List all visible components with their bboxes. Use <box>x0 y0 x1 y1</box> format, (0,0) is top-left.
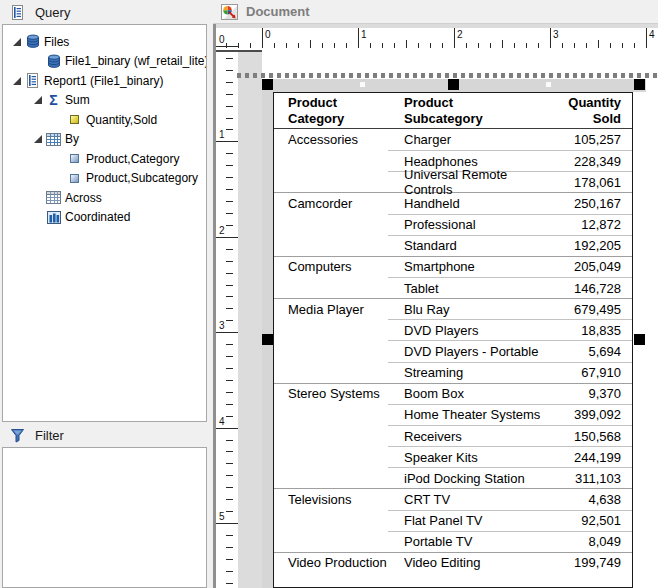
cell-product-category[interactable] <box>274 340 388 361</box>
cell-product-category[interactable]: Camcorder <box>274 193 388 213</box>
tree-item-sum[interactable]: ΣSum <box>3 91 206 111</box>
cell-quantity-sold[interactable]: 679,495 <box>554 299 632 319</box>
cell-quantity-sold[interactable]: 311,103 <box>554 467 632 488</box>
cell-product-subcategory[interactable]: Tablet <box>388 277 554 298</box>
table-row[interactable]: Standard192,205 <box>274 235 632 256</box>
tree-item-report1-file1-binary[interactable]: Report1 (File1_binary) <box>3 71 206 91</box>
table-row[interactable]: Flat Panel TV92,501 <box>274 510 632 531</box>
cell-quantity-sold[interactable]: 244,199 <box>554 446 632 467</box>
table-row[interactable]: CamcorderHandheld250,167 <box>274 192 632 213</box>
cell-product-subcategory[interactable]: DVD Players - Portable <box>388 340 554 361</box>
cell-quantity-sold[interactable]: 9,370 <box>554 384 632 404</box>
cell-product-category[interactable] <box>274 510 388 531</box>
cell-product-category[interactable]: Media Player <box>274 299 388 319</box>
selection-handle-top-center[interactable] <box>448 79 459 90</box>
table-row[interactable]: Media PlayerBlu Ray679,495 <box>274 298 632 319</box>
expand-arrow-icon[interactable] <box>9 73 24 89</box>
cell-product-subcategory[interactable]: DVD Players <box>388 319 554 340</box>
tree-item-coordinated[interactable]: Coordinated <box>3 208 206 228</box>
table-row[interactable]: Home Theater Systems399,092 <box>274 404 632 425</box>
cell-product-subcategory[interactable]: Video Editing <box>388 553 554 573</box>
cell-product-subcategory[interactable]: Portable TV <box>388 531 554 552</box>
cell-quantity-sold[interactable]: 4,638 <box>554 489 632 509</box>
cell-quantity-sold[interactable]: 250,167 <box>554 193 632 213</box>
filter-panel[interactable] <box>2 447 207 588</box>
selection-handle-top-left[interactable] <box>262 79 273 90</box>
table-row[interactable]: AccessoriesCharger105,257 <box>274 129 632 150</box>
cell-product-category[interactable] <box>274 425 388 446</box>
cell-quantity-sold[interactable]: 146,728 <box>554 277 632 298</box>
expand-arrow-icon[interactable] <box>30 92 45 108</box>
cell-product-subcategory[interactable]: Universal Remote Controls <box>388 171 554 192</box>
cell-product-subcategory[interactable]: Home Theater Systems <box>388 404 554 425</box>
table-row[interactable]: Stereo SystemsBoom Box9,370 <box>274 383 632 404</box>
cell-product-subcategory[interactable]: Handheld <box>388 193 554 213</box>
cell-product-category[interactable]: Stereo Systems <box>274 384 388 404</box>
cell-product-category[interactable]: Video Production <box>274 553 388 573</box>
selection-handle-mid-left[interactable] <box>262 334 273 345</box>
cell-product-category[interactable]: Accessories <box>274 129 388 150</box>
cell-product-subcategory[interactable]: Charger <box>388 129 554 150</box>
cell-product-category[interactable]: Televisions <box>274 489 388 509</box>
cell-quantity-sold[interactable]: 5,694 <box>554 340 632 361</box>
cell-product-subcategory[interactable]: Standard <box>388 235 554 256</box>
cell-product-category[interactable] <box>274 531 388 552</box>
cell-product-category[interactable] <box>274 319 388 340</box>
tree-item-file1-binary-wf-retail-lite[interactable]: File1_binary (wf_retail_lite) <box>3 52 206 72</box>
cell-quantity-sold[interactable]: 228,349 <box>554 150 632 171</box>
cell-product-subcategory[interactable]: Streaming <box>388 362 554 383</box>
table-row[interactable]: Universal Remote Controls178,061 <box>274 171 632 192</box>
cell-quantity-sold[interactable]: 8,049 <box>554 531 632 552</box>
cell-product-subcategory[interactable]: Flat Panel TV <box>388 510 554 531</box>
cell-quantity-sold[interactable]: 150,568 <box>554 425 632 446</box>
selection-handle-top-right[interactable] <box>634 79 645 90</box>
column-header-product-category[interactable]: ProductCategory <box>274 93 388 128</box>
cell-product-subcategory[interactable]: Receivers <box>388 425 554 446</box>
cell-product-subcategory[interactable]: Speaker Kits <box>388 446 554 467</box>
cell-product-category[interactable] <box>274 235 388 256</box>
tree-item-files[interactable]: Files <box>3 32 206 52</box>
tree-item-by[interactable]: By <box>3 130 206 150</box>
cell-product-category[interactable] <box>274 171 388 192</box>
table-row[interactable]: Professional12,872 <box>274 214 632 235</box>
cell-quantity-sold[interactable]: 205,049 <box>554 257 632 277</box>
cell-quantity-sold[interactable]: 12,872 <box>554 214 632 235</box>
expand-arrow-icon[interactable] <box>9 34 24 50</box>
cell-product-subcategory[interactable]: Blu Ray <box>388 299 554 319</box>
cell-product-subcategory[interactable]: Boom Box <box>388 384 554 404</box>
cell-product-category[interactable] <box>274 467 388 488</box>
table-row[interactable]: DVD Players - Portable5,694 <box>274 340 632 361</box>
cell-quantity-sold[interactable]: 199,749 <box>554 553 632 573</box>
cell-product-subcategory[interactable]: Smartphone <box>388 257 554 277</box>
table-row[interactable]: ComputersSmartphone205,049 <box>274 256 632 277</box>
cell-product-subcategory[interactable]: iPod Docking Station <box>388 467 554 488</box>
report-table[interactable]: ProductCategoryProductSubcategoryQuantit… <box>273 92 633 588</box>
tree-item-quantity-sold[interactable]: Quantity,Sold <box>3 110 206 130</box>
cell-quantity-sold[interactable]: 67,910 <box>554 362 632 383</box>
cell-quantity-sold[interactable]: 192,205 <box>554 235 632 256</box>
cell-product-category[interactable] <box>274 277 388 298</box>
cell-quantity-sold[interactable]: 105,257 <box>554 129 632 150</box>
cell-quantity-sold[interactable]: 92,501 <box>554 510 632 531</box>
column-header-quantity-sold[interactable]: QuantitySold <box>554 93 632 128</box>
table-row[interactable]: Streaming67,910 <box>274 362 632 383</box>
cell-product-category[interactable] <box>274 404 388 425</box>
cell-product-subcategory[interactable]: Professional <box>388 214 554 235</box>
expand-arrow-icon[interactable] <box>30 131 45 147</box>
table-row[interactable]: Tablet146,728 <box>274 277 632 298</box>
table-row[interactable]: Speaker Kits244,199 <box>274 446 632 467</box>
column-header-product-subcategory[interactable]: ProductSubcategory <box>388 93 554 128</box>
document-canvas[interactable]: 01234012345 ProductCategoryProductSubcat… <box>213 24 658 588</box>
table-row[interactable]: Portable TV8,049 <box>274 531 632 552</box>
table-row[interactable]: Video ProductionVideo Editing199,749 <box>274 552 632 573</box>
cell-product-category[interactable] <box>274 150 388 171</box>
selection-handle-mid-right[interactable] <box>634 334 645 345</box>
cell-product-category[interactable] <box>274 362 388 383</box>
cell-product-category[interactable]: Computers <box>274 257 388 277</box>
cell-quantity-sold[interactable]: 178,061 <box>554 171 632 192</box>
cell-product-category[interactable] <box>274 214 388 235</box>
table-row[interactable]: iPod Docking Station311,103 <box>274 467 632 488</box>
tree-item-across[interactable]: Across <box>3 188 206 208</box>
tree-item-product-subcategory[interactable]: Product,Subcategory <box>3 169 206 189</box>
cell-product-category[interactable] <box>274 446 388 467</box>
